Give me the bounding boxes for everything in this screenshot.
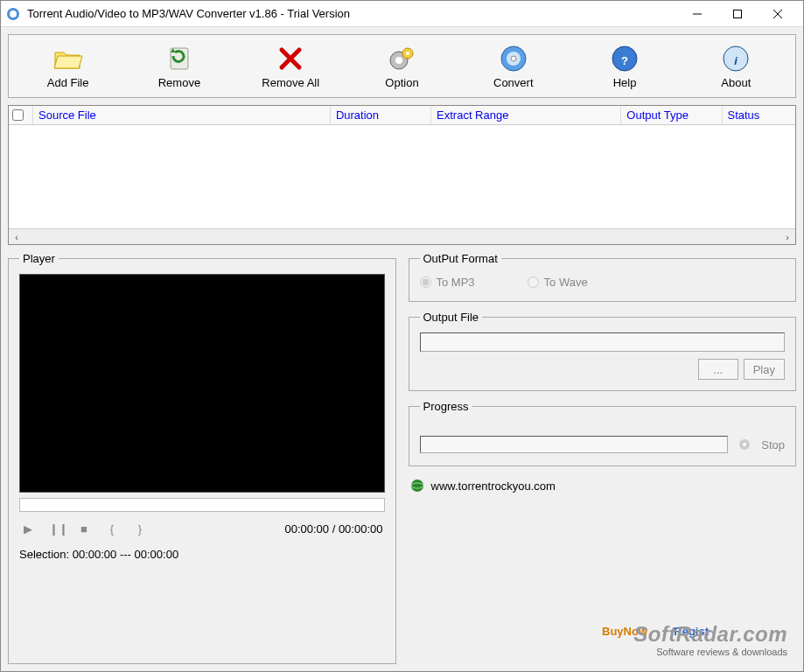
col-extract-range[interactable]: Extract Range <box>431 106 621 124</box>
output-file-legend: Output File <box>420 311 483 324</box>
stop-button[interactable]: Stop <box>761 434 785 455</box>
remove-button[interactable]: Remove <box>123 38 234 94</box>
titlebar: Torrent Audio/Video to MP3/WAV Converter… <box>1 1 803 27</box>
disc-icon <box>498 43 529 74</box>
progress-fieldset: Progress Stop <box>409 400 797 466</box>
output-file-fieldset: Output File ... Play <box>409 311 797 391</box>
remove-all-button[interactable]: Remove All <box>235 38 346 94</box>
app-window: Torrent Audio/Video to MP3/WAV Converter… <box>0 0 804 672</box>
play-output-button[interactable]: Play <box>744 359 785 380</box>
right-panel: OutPut Format To MP3 To Wave Output File… <box>409 252 797 664</box>
file-list: Source File Duration Extract Range Outpu… <box>8 105 796 245</box>
output-format-legend: OutPut Format <box>420 252 501 265</box>
option-button[interactable]: Option <box>346 38 458 94</box>
help-button[interactable]: ? Help <box>569 38 680 94</box>
window-title: Torrent Audio/Video to MP3/WAV Converter… <box>27 7 677 20</box>
folder-open-icon <box>52 43 84 74</box>
maximize-button[interactable] <box>717 1 758 27</box>
content-area: Add File Remove Remove All Option Conver… <box>1 27 803 671</box>
toolbar-label: Convert <box>458 76 568 89</box>
watermark: SoftRadar.com Software reviews & downloa… <box>633 622 787 657</box>
recycle-icon <box>164 43 195 74</box>
help-icon: ? <box>609 43 640 74</box>
convert-button[interactable]: Convert <box>458 38 569 94</box>
toolbar-label: Help <box>570 76 679 89</box>
player-legend: Player <box>19 252 59 265</box>
svg-rect-3 <box>734 10 742 18</box>
play-button[interactable]: ▶ <box>21 522 35 536</box>
svg-point-16 <box>511 56 516 61</box>
svg-point-22 <box>743 443 746 446</box>
scroll-right-button[interactable]: › <box>780 229 795 245</box>
toolbar-label: Remove All <box>236 76 346 89</box>
progress-legend: Progress <box>420 400 472 413</box>
stop-play-button[interactable]: ■ <box>77 522 91 536</box>
player-panel: Player ▶ ❙❙ ■ { } 00:00:00 / 00:00:00 Se… <box>8 252 396 664</box>
x-icon <box>275 43 306 74</box>
mark-start-button[interactable]: { <box>105 522 119 536</box>
close-button[interactable] <box>758 1 798 27</box>
toolbar-label: Remove <box>124 76 234 89</box>
col-output-type[interactable]: Output Type <box>621 106 722 124</box>
buynow-link[interactable]: BuyNow <box>602 625 647 638</box>
toolbar: Add File Remove Remove All Option Conver… <box>8 34 796 98</box>
select-all-checkbox[interactable] <box>9 106 33 124</box>
about-button[interactable]: i About <box>681 38 792 94</box>
gear-icon <box>386 43 417 74</box>
app-icon <box>6 7 20 21</box>
svg-point-11 <box>395 57 402 64</box>
svg-point-13 <box>406 52 409 55</box>
svg-text:i: i <box>735 54 738 67</box>
selection-text: Selection: 00:00:00 --- 00:00:00 <box>19 548 385 561</box>
toolbar-label: Option <box>347 76 457 89</box>
register-link[interactable]: Regist <box>674 625 709 638</box>
progress-bar <box>420 436 729 453</box>
player-fieldset: Player ▶ ❙❙ ■ { } 00:00:00 / 00:00:00 Se… <box>8 252 396 664</box>
to-mp3-radio[interactable]: To MP3 <box>420 276 475 289</box>
to-wave-radio[interactable]: To Wave <box>528 276 588 289</box>
col-source-file[interactable]: Source File <box>33 106 331 124</box>
browse-button[interactable]: ... <box>698 359 738 380</box>
info-icon: i <box>720 43 752 74</box>
mark-end-button[interactable]: } <box>133 522 147 536</box>
toolbar-label: About <box>682 76 791 89</box>
pause-button[interactable]: ❙❙ <box>49 522 63 536</box>
add-file-button[interactable]: Add File <box>12 38 123 94</box>
toolbar-label: Add File <box>13 76 122 89</box>
watermark-sub: Software reviews & downloads <box>633 647 787 657</box>
col-duration[interactable]: Duration <box>331 106 431 124</box>
svg-text:?: ? <box>621 54 628 67</box>
minimize-button[interactable] <box>677 1 717 27</box>
svg-point-23 <box>411 480 423 492</box>
scroll-left-button[interactable]: ‹ <box>9 229 24 245</box>
watermark-brand: SoftRadar.com <box>633 622 787 647</box>
output-path-input[interactable] <box>420 332 786 352</box>
list-body[interactable] <box>9 125 795 228</box>
player-time: 00:00:00 / 00:00:00 <box>284 522 382 536</box>
horizontal-scrollbar[interactable]: ‹ › <box>9 228 795 244</box>
list-header: Source File Duration Extract Range Outpu… <box>9 106 795 125</box>
svg-point-1 <box>10 10 17 18</box>
video-preview[interactable] <box>19 274 385 493</box>
footer: www.torrentrockyou.com <box>409 475 797 493</box>
lower-panels: Player ▶ ❙❙ ■ { } 00:00:00 / 00:00:00 Se… <box>8 252 796 664</box>
col-status[interactable]: Status <box>723 106 796 124</box>
seek-slider[interactable] <box>19 498 385 512</box>
output-format-fieldset: OutPut Format To MP3 To Wave <box>409 252 797 302</box>
player-controls: ▶ ❙❙ ■ { } 00:00:00 / 00:00:00 <box>19 517 385 541</box>
globe-icon <box>410 479 424 493</box>
format-radio-group: To MP3 To Wave <box>420 274 786 290</box>
gear-small-icon <box>737 437 752 452</box>
website-link[interactable]: www.torrentrockyou.com <box>431 480 556 493</box>
